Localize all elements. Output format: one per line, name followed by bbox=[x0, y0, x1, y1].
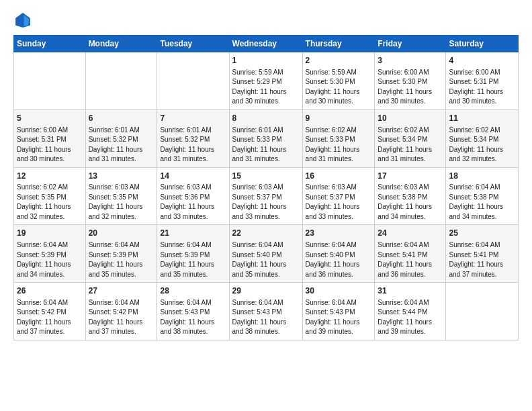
day-info: Sunrise: 5:59 AM Sunset: 5:30 PM Dayligh… bbox=[306, 68, 372, 107]
calendar-day-cell: 9Sunrise: 6:02 AM Sunset: 5:33 PM Daylig… bbox=[302, 109, 375, 167]
day-number: 18 bbox=[449, 171, 515, 182]
day-info: Sunrise: 6:04 AM Sunset: 5:41 PM Dayligh… bbox=[378, 240, 443, 279]
calendar-week-row: 5Sunrise: 6:00 AM Sunset: 5:31 PM Daylig… bbox=[14, 109, 519, 167]
day-number: 20 bbox=[89, 228, 154, 239]
calendar-day-cell: 20Sunrise: 6:04 AM Sunset: 5:39 PM Dayli… bbox=[85, 225, 157, 283]
calendar-day-cell: 25Sunrise: 6:04 AM Sunset: 5:41 PM Dayli… bbox=[446, 225, 519, 283]
day-number: 31 bbox=[378, 285, 443, 297]
header bbox=[13, 11, 519, 30]
day-info: Sunrise: 6:03 AM Sunset: 5:37 PM Dayligh… bbox=[306, 183, 372, 222]
calendar-day-cell: 15Sunrise: 6:03 AM Sunset: 5:37 PM Dayli… bbox=[229, 167, 302, 225]
day-number: 11 bbox=[449, 113, 515, 124]
day-info: Sunrise: 6:00 AM Sunset: 5:31 PM Dayligh… bbox=[449, 68, 515, 107]
weekday-header: Sunday bbox=[14, 36, 86, 52]
day-info: Sunrise: 6:04 AM Sunset: 5:44 PM Dayligh… bbox=[378, 298, 443, 337]
day-number: 26 bbox=[17, 285, 83, 297]
calendar-day-cell: 21Sunrise: 6:04 AM Sunset: 5:39 PM Dayli… bbox=[157, 225, 229, 283]
day-number: 19 bbox=[17, 228, 83, 239]
day-info: Sunrise: 6:02 AM Sunset: 5:34 PM Dayligh… bbox=[378, 126, 443, 165]
day-number: 17 bbox=[378, 171, 443, 182]
day-number: 29 bbox=[232, 285, 300, 297]
day-info: Sunrise: 6:04 AM Sunset: 5:43 PM Dayligh… bbox=[232, 298, 300, 337]
day-number: 3 bbox=[378, 55, 443, 66]
day-info: Sunrise: 6:03 AM Sunset: 5:38 PM Dayligh… bbox=[378, 183, 443, 222]
day-number: 28 bbox=[160, 285, 226, 297]
day-info: Sunrise: 6:04 AM Sunset: 5:42 PM Dayligh… bbox=[89, 298, 154, 337]
calendar-header-row: SundayMondayTuesdayWednesdayThursdayFrid… bbox=[14, 36, 519, 52]
calendar-day-cell: 28Sunrise: 6:04 AM Sunset: 5:43 PM Dayli… bbox=[157, 283, 229, 340]
day-number: 23 bbox=[306, 228, 372, 239]
calendar-day-cell: 3Sunrise: 6:00 AM Sunset: 5:30 PM Daylig… bbox=[375, 52, 446, 110]
day-info: Sunrise: 6:04 AM Sunset: 5:39 PM Dayligh… bbox=[160, 240, 226, 279]
calendar-day-cell: 2Sunrise: 5:59 AM Sunset: 5:30 PM Daylig… bbox=[302, 52, 375, 110]
day-number: 10 bbox=[378, 113, 443, 124]
day-info: Sunrise: 6:04 AM Sunset: 5:39 PM Dayligh… bbox=[17, 240, 83, 279]
day-number: 1 bbox=[232, 55, 300, 66]
calendar-day-cell: 7Sunrise: 6:01 AM Sunset: 5:32 PM Daylig… bbox=[157, 109, 229, 167]
day-info: Sunrise: 6:04 AM Sunset: 5:42 PM Dayligh… bbox=[17, 298, 83, 337]
day-info: Sunrise: 6:03 AM Sunset: 5:35 PM Dayligh… bbox=[89, 183, 154, 222]
calendar-day-cell: 24Sunrise: 6:04 AM Sunset: 5:41 PM Dayli… bbox=[375, 225, 446, 283]
calendar-week-row: 1Sunrise: 5:59 AM Sunset: 5:29 PM Daylig… bbox=[14, 52, 519, 110]
page: SundayMondayTuesdayWednesdayThursdayFrid… bbox=[0, 0, 532, 411]
calendar-table: SundayMondayTuesdayWednesdayThursdayFrid… bbox=[13, 35, 519, 340]
calendar-day-cell: 31Sunrise: 6:04 AM Sunset: 5:44 PM Dayli… bbox=[375, 283, 446, 340]
day-info: Sunrise: 6:04 AM Sunset: 5:43 PM Dayligh… bbox=[306, 298, 372, 337]
day-info: Sunrise: 6:01 AM Sunset: 5:33 PM Dayligh… bbox=[232, 126, 300, 165]
day-number: 22 bbox=[232, 228, 300, 239]
calendar-day-cell: 4Sunrise: 6:00 AM Sunset: 5:31 PM Daylig… bbox=[446, 52, 519, 110]
day-info: Sunrise: 6:03 AM Sunset: 5:37 PM Dayligh… bbox=[232, 183, 300, 222]
calendar-day-cell: 17Sunrise: 6:03 AM Sunset: 5:38 PM Dayli… bbox=[375, 167, 446, 225]
day-number: 25 bbox=[449, 228, 515, 239]
day-number: 27 bbox=[89, 285, 154, 297]
generalblue-logo-icon bbox=[13, 11, 32, 30]
calendar-week-row: 26Sunrise: 6:04 AM Sunset: 5:42 PM Dayli… bbox=[14, 283, 519, 340]
calendar-day-cell: 26Sunrise: 6:04 AM Sunset: 5:42 PM Dayli… bbox=[14, 283, 86, 340]
calendar-day-cell: 30Sunrise: 6:04 AM Sunset: 5:43 PM Dayli… bbox=[302, 283, 375, 340]
day-info: Sunrise: 6:02 AM Sunset: 5:33 PM Dayligh… bbox=[306, 126, 372, 165]
calendar-day-cell: 29Sunrise: 6:04 AM Sunset: 5:43 PM Dayli… bbox=[229, 283, 302, 340]
day-number: 21 bbox=[160, 228, 226, 239]
calendar-day-cell: 19Sunrise: 6:04 AM Sunset: 5:39 PM Dayli… bbox=[14, 225, 86, 283]
calendar-day-cell: 16Sunrise: 6:03 AM Sunset: 5:37 PM Dayli… bbox=[302, 167, 375, 225]
day-info: Sunrise: 6:02 AM Sunset: 5:35 PM Dayligh… bbox=[17, 183, 83, 222]
calendar-day-cell: 22Sunrise: 6:04 AM Sunset: 5:40 PM Dayli… bbox=[229, 225, 302, 283]
calendar-day-cell: 6Sunrise: 6:01 AM Sunset: 5:32 PM Daylig… bbox=[85, 109, 157, 167]
day-number: 4 bbox=[449, 55, 515, 66]
weekday-header: Wednesday bbox=[229, 36, 302, 52]
weekday-header: Saturday bbox=[446, 36, 519, 52]
day-info: Sunrise: 6:04 AM Sunset: 5:40 PM Dayligh… bbox=[306, 240, 372, 279]
day-number: 7 bbox=[160, 113, 226, 124]
day-number: 14 bbox=[160, 171, 226, 182]
calendar-day-cell: 5Sunrise: 6:00 AM Sunset: 5:31 PM Daylig… bbox=[14, 109, 86, 167]
calendar-day-cell: 1Sunrise: 5:59 AM Sunset: 5:29 PM Daylig… bbox=[229, 52, 302, 110]
calendar-day-cell: 23Sunrise: 6:04 AM Sunset: 5:40 PM Dayli… bbox=[302, 225, 375, 283]
day-info: Sunrise: 6:03 AM Sunset: 5:36 PM Dayligh… bbox=[160, 183, 226, 222]
day-number: 13 bbox=[89, 171, 154, 182]
calendar-day-cell: 14Sunrise: 6:03 AM Sunset: 5:36 PM Dayli… bbox=[157, 167, 229, 225]
calendar-day-cell: 11Sunrise: 6:02 AM Sunset: 5:34 PM Dayli… bbox=[446, 109, 519, 167]
calendar-day-cell: 13Sunrise: 6:03 AM Sunset: 5:35 PM Dayli… bbox=[85, 167, 157, 225]
day-info: Sunrise: 6:04 AM Sunset: 5:40 PM Dayligh… bbox=[232, 240, 300, 279]
day-number: 15 bbox=[232, 171, 300, 182]
day-number: 30 bbox=[306, 285, 372, 297]
weekday-header: Thursday bbox=[302, 36, 375, 52]
calendar-day-cell: 27Sunrise: 6:04 AM Sunset: 5:42 PM Dayli… bbox=[85, 283, 157, 340]
day-info: Sunrise: 6:01 AM Sunset: 5:32 PM Dayligh… bbox=[160, 126, 226, 165]
calendar-empty-cell bbox=[157, 52, 229, 110]
day-info: Sunrise: 6:00 AM Sunset: 5:31 PM Dayligh… bbox=[17, 126, 83, 165]
day-number: 12 bbox=[17, 171, 83, 182]
day-number: 24 bbox=[378, 228, 443, 239]
day-number: 6 bbox=[89, 113, 154, 124]
calendar-empty-cell bbox=[85, 52, 157, 110]
day-info: Sunrise: 6:01 AM Sunset: 5:32 PM Dayligh… bbox=[89, 126, 154, 165]
day-number: 5 bbox=[17, 113, 83, 124]
weekday-header: Monday bbox=[85, 36, 157, 52]
weekday-header: Tuesday bbox=[157, 36, 229, 52]
calendar-week-row: 12Sunrise: 6:02 AM Sunset: 5:35 PM Dayli… bbox=[14, 167, 519, 225]
day-info: Sunrise: 6:04 AM Sunset: 5:38 PM Dayligh… bbox=[449, 183, 515, 222]
calendar-week-row: 19Sunrise: 6:04 AM Sunset: 5:39 PM Dayli… bbox=[14, 225, 519, 283]
day-info: Sunrise: 6:04 AM Sunset: 5:43 PM Dayligh… bbox=[160, 298, 226, 337]
calendar-empty-cell bbox=[14, 52, 86, 110]
day-number: 16 bbox=[306, 171, 372, 182]
